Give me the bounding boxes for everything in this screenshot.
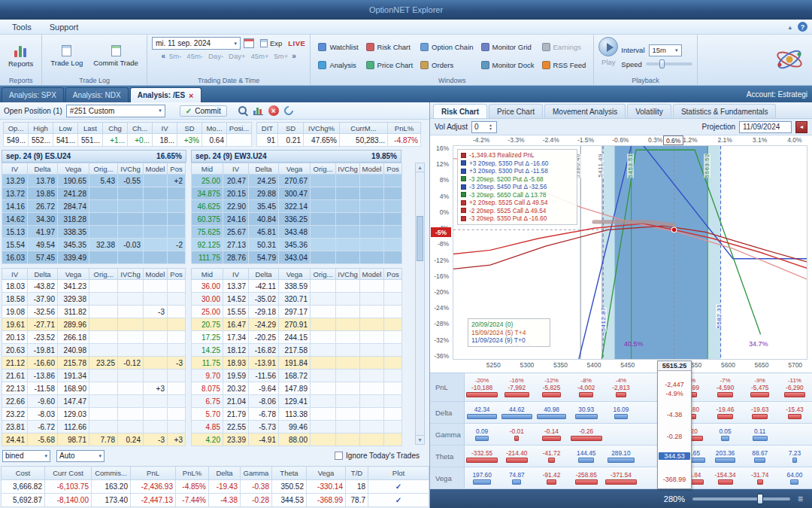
window-toggle-button[interactable]: Option Chain xyxy=(420,38,473,56)
column-header[interactable]: Delta xyxy=(249,163,279,175)
stepper-arrows-icon[interactable] xyxy=(489,122,495,132)
column-header[interactable]: Orig... xyxy=(89,163,118,175)
ignore-trades-option[interactable]: Ignore Today's Trades xyxy=(335,452,427,460)
time-step-button[interactable]: Day+ xyxy=(229,52,245,60)
time-step-button[interactable]: 5m+ xyxy=(274,52,289,60)
analysis-tab[interactable]: Analysis: NDX xyxy=(65,87,129,102)
window-toggle-button[interactable]: RSS Feed xyxy=(542,57,586,75)
table-row[interactable]: 24.41-5.6898.717.780.24-3+3 xyxy=(2,433,186,446)
scroll-down-icon[interactable]: ▼ xyxy=(416,435,424,444)
table-row[interactable]: 23.81-6.72112.66 xyxy=(2,421,186,433)
table-row[interactable]: 25.0015.55-29.18297.17 xyxy=(192,306,402,318)
table-row[interactable]: 19.08-32.56311.82-3 xyxy=(2,306,186,318)
table-row[interactable]: 20.13-23.52266.18 xyxy=(2,331,186,344)
column-header[interactable]: Model xyxy=(360,269,384,280)
column-header[interactable]: IV xyxy=(2,163,28,175)
analysis-tab[interactable]: Analysis: SPX xyxy=(2,87,64,102)
table-row[interactable]: 36.0013.37-42.11338.59 xyxy=(192,280,402,293)
help-icon[interactable]: ? xyxy=(798,22,807,32)
column-header[interactable]: PnL% xyxy=(176,467,209,480)
interval-select[interactable]: 15m xyxy=(649,44,682,56)
column-header[interactable]: Pos xyxy=(384,163,402,175)
column-header[interactable]: Model xyxy=(144,163,168,175)
column-header[interactable]: IVChg xyxy=(118,269,144,280)
menu-item[interactable]: Support xyxy=(42,22,86,32)
column-header[interactable]: Vega xyxy=(58,269,89,280)
column-header[interactable]: Orig... xyxy=(311,163,336,175)
column-header[interactable]: Commis... xyxy=(92,467,131,480)
column-header[interactable]: PnL xyxy=(131,467,176,480)
search-icon[interactable] xyxy=(238,106,248,116)
chart-icon[interactable] xyxy=(253,106,263,115)
column-header[interactable]: Pos xyxy=(168,163,186,175)
table-row[interactable]: 14.1626.72284.74 xyxy=(2,200,186,213)
table-row[interactable]: 13.2913.78190.655.43-0.55+2 xyxy=(2,175,186,187)
window-toggle-button[interactable]: Risk Chart xyxy=(366,38,414,56)
column-header[interactable]: Vega xyxy=(307,467,346,480)
table-row[interactable]: 18.58-37.90329.38 xyxy=(2,293,186,306)
step-back-icon[interactable]: « xyxy=(161,52,165,60)
column-header[interactable]: Plot xyxy=(368,467,429,480)
chart-tab[interactable]: Statistics & Fundamentals xyxy=(673,104,777,118)
table-row[interactable]: 4.8522.55-5.7399.46 xyxy=(192,421,402,433)
trade-log-button[interactable]: Trade Log xyxy=(47,37,86,75)
chart-tab[interactable]: Movement Analysis xyxy=(544,104,626,118)
refresh-icon[interactable] xyxy=(282,105,295,117)
table-row[interactable]: 92.12527.1350.31345.36 xyxy=(192,239,402,251)
column-header[interactable]: IV xyxy=(2,269,28,280)
table-row[interactable]: 549...552...541...551...+1...+0...18...+… xyxy=(4,134,252,147)
column-header[interactable]: Delta xyxy=(249,269,279,280)
table-row[interactable]: 75.62525.6745.81343.48 xyxy=(192,226,402,239)
column-header[interactable]: Mo... xyxy=(202,123,227,134)
chain-scrollbar[interactable]: ▲ ▼ xyxy=(415,163,425,445)
column-header[interactable]: DIT xyxy=(257,123,278,134)
exp-button[interactable]: Exp xyxy=(257,38,285,48)
table-row[interactable]: 34.87520.1529.88300.47 xyxy=(192,187,402,200)
combined-select[interactable]: bined xyxy=(2,450,50,462)
table-row[interactable]: 9.7019.59-11.56168.72 xyxy=(192,370,402,382)
trading-date-input[interactable]: mi. 11 sep. 2024 xyxy=(152,37,241,50)
close-tab-icon[interactable]: × xyxy=(189,92,193,99)
column-header[interactable]: Chg xyxy=(103,123,128,134)
column-header[interactable]: Delta xyxy=(28,269,58,280)
table-row[interactable]: 18.03-43.82341.23 xyxy=(2,280,186,293)
window-toggle-button[interactable]: Price Chart xyxy=(366,57,414,75)
table-row[interactable]: 25.0020.4724.25270.67 xyxy=(192,175,402,187)
window-toggle-button[interactable]: Orders xyxy=(420,57,473,75)
speed-slider[interactable] xyxy=(646,62,692,65)
table-row[interactable]: 14.6234.30318.28 xyxy=(2,213,186,226)
column-header[interactable]: IVChg xyxy=(118,163,144,175)
table-row[interactable]: 910.2147.65%50,283...-4.87% xyxy=(257,134,421,147)
column-header[interactable]: Vega xyxy=(279,163,311,175)
table-row[interactable]: 11.7518.93-13.91191.84 xyxy=(192,357,402,370)
speed-slider-thumb[interactable] xyxy=(659,59,665,68)
column-header[interactable]: Gamma xyxy=(241,467,272,480)
projection-date-input[interactable]: 11/09/2024 xyxy=(739,121,792,133)
table-row[interactable]: 13.7219.85241.28 xyxy=(2,187,186,200)
column-header[interactable]: Vega xyxy=(58,163,89,175)
column-header[interactable]: High xyxy=(29,123,53,134)
chart-tab[interactable]: Volatility xyxy=(627,104,671,118)
column-header[interactable]: Mid xyxy=(192,269,223,280)
ignore-trades-checkbox[interactable] xyxy=(335,452,343,460)
table-row[interactable]: 15.1341.97338.35 xyxy=(2,226,186,239)
column-header[interactable]: CurrM... xyxy=(340,123,388,134)
analysis-tab[interactable]: Analysis: /ES × xyxy=(130,87,201,102)
column-header[interactable]: Low xyxy=(53,123,78,134)
time-step-button[interactable]: 45m+ xyxy=(251,52,269,60)
column-header[interactable]: Vega xyxy=(279,269,311,280)
column-header[interactable]: Last xyxy=(78,123,103,134)
risk-chart[interactable]: -4.2%-3.3%-2.4%-1.5%-0.6%0.3%1.2%2.1%3.1… xyxy=(430,135,812,373)
column-header[interactable]: IVChg xyxy=(336,269,360,280)
column-header[interactable]: Orig... xyxy=(89,269,118,280)
play-button[interactable] xyxy=(598,37,618,56)
column-header[interactable]: Mid xyxy=(192,163,223,175)
window-toggle-button[interactable]: Watchlist xyxy=(318,38,358,56)
column-header[interactable]: Model xyxy=(360,163,384,175)
step-forward-icon[interactable]: » xyxy=(292,52,296,60)
column-header[interactable]: SD xyxy=(278,123,304,134)
table-row[interactable]: 3,666.82-6,103.75163.20-2,436.93-4.85%-1… xyxy=(2,480,429,494)
table-row[interactable]: 14.2518.12-16.82217.58 xyxy=(192,344,402,357)
window-toggle-button[interactable]: Analysis xyxy=(318,57,358,75)
column-header[interactable]: PnL% xyxy=(388,123,421,134)
